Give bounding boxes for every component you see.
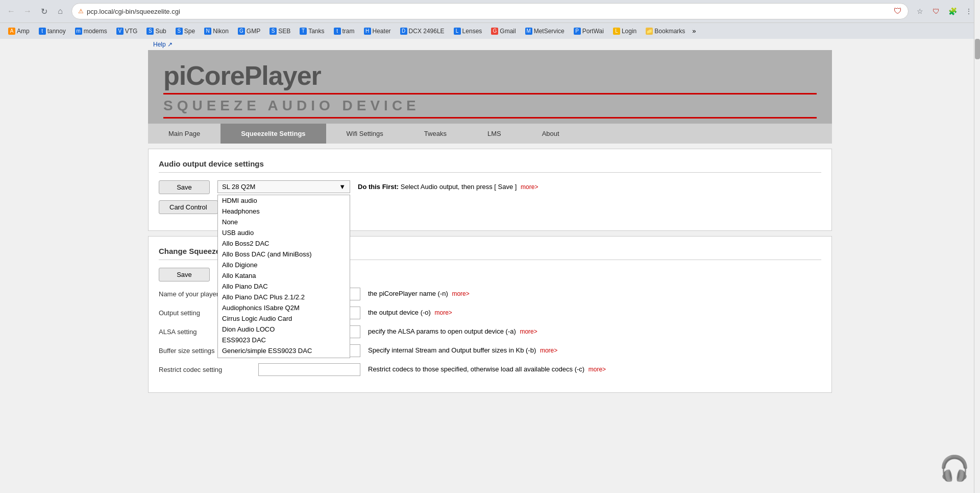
url-text: pcp.local/cgi-bin/squeezelite.cgi <box>87 8 891 15</box>
nav-wifi-settings[interactable]: Wifi Settings <box>326 124 404 144</box>
bookmark-vtg[interactable]: V VTG <box>112 27 142 36</box>
toolbar-icons: ☆ 🛡 🧩 ⋮ <box>913 4 976 18</box>
scrollbar-thumb <box>975 39 980 59</box>
reload-button[interactable]: ↻ <box>37 4 51 18</box>
bookmark-label-bookmarks: Bookmarks <box>654 28 685 35</box>
bookmark-favicon-metservice: M <box>525 28 532 35</box>
bookmark-portwai[interactable]: P PortWai <box>570 27 608 36</box>
bookmark-label-sub: Sub <box>155 28 166 35</box>
more-link-buffer[interactable]: more> <box>540 347 557 354</box>
bookmark-favicon-dcx: D <box>400 28 407 35</box>
bookmark-label-seb: SEB <box>278 28 290 35</box>
listbox-item-usb[interactable]: USB audio <box>218 227 350 238</box>
bookmark-label-heater: Heater <box>373 28 391 35</box>
field-row-codec: Restrict codec setting Restrict codecs t… <box>159 363 821 376</box>
nav-tweaks[interactable]: Tweaks <box>404 124 467 144</box>
nav-main-page[interactable]: Main Page <box>148 124 220 144</box>
listbox-item-generic-ess[interactable]: Generic/simple ESS9023 DAC <box>218 345 350 356</box>
audio-save-button[interactable]: Save <box>159 180 210 194</box>
bookmark-gmail[interactable]: G Gmail <box>487 27 520 36</box>
field-info-name: the piCorePlayer name (-n) more> <box>368 288 470 297</box>
bookmark-favicon-lenses: L <box>454 28 461 35</box>
bookmark-favicon-vtg: V <box>116 28 124 35</box>
bookmark-seb[interactable]: S SEB <box>265 27 295 36</box>
extensions-button[interactable]: 🧩 <box>945 4 960 18</box>
home-button[interactable]: ⌂ <box>53 4 67 18</box>
squeeze-save-button[interactable]: Save <box>159 268 210 281</box>
field-input-codec[interactable] <box>258 363 360 376</box>
brave-shield-button[interactable]: 🛡 <box>929 4 943 18</box>
listbox-item-headphones[interactable]: Headphones <box>218 206 350 217</box>
help-link[interactable]: Help ↗ <box>153 41 173 48</box>
bookmark-tannoy[interactable]: t tannoy <box>35 27 70 36</box>
bookmark-lenses[interactable]: L Lenses <box>450 27 486 36</box>
dropdown-listbox: HDMI audio Headphones None USB audio All… <box>217 195 350 358</box>
bookmark-spe[interactable]: S Spe <box>172 27 199 36</box>
shield-icon: 🛡 <box>894 7 902 16</box>
more-link-codec[interactable]: more> <box>589 366 606 373</box>
field-desc-alsa: pecify the ALSA params to open output de… <box>368 327 516 335</box>
nav-lms[interactable]: LMS <box>467 124 522 144</box>
bookmark-modems[interactable]: m modems <box>71 27 111 36</box>
bookmark-label-vtg: VTG <box>125 28 138 35</box>
dropdown-arrow-icon: ▼ <box>339 183 346 191</box>
more-link-alsa[interactable]: more> <box>520 328 537 335</box>
bookmark-button[interactable]: ☆ <box>913 4 927 18</box>
listbox-item-none[interactable]: None <box>218 217 350 227</box>
listbox-item-dion[interactable]: Dion Audio LOCO <box>218 324 350 335</box>
bookmark-label-lenses: Lenses <box>462 28 482 35</box>
bookmark-heater[interactable]: H Heater <box>360 27 395 36</box>
bookmark-nikon[interactable]: N Nikon <box>200 27 233 36</box>
scrollbar[interactable] <box>974 0 980 493</box>
field-info-output: the output device (-o) more> <box>368 307 452 316</box>
forward-button[interactable]: → <box>20 4 35 18</box>
address-bar[interactable]: ⚠ pcp.local/cgi-bin/squeezelite.cgi 🛡 <box>71 3 909 19</box>
more-link-1[interactable]: more> <box>521 183 538 191</box>
listbox-item-hdmi[interactable]: HDMI audio <box>218 195 350 206</box>
listbox-item-ess9023[interactable]: ESS9023 DAC <box>218 335 350 345</box>
listbox-item-piano-plus[interactable]: Allo Piano DAC Plus 2.1/2.2 <box>218 292 350 302</box>
listbox-item-audiophonics[interactable]: Audiophonics ISabre Q2M <box>218 302 350 313</box>
listbox-item-cirrus[interactable]: Cirrus Logic Audio Card <box>218 313 350 324</box>
nav-about[interactable]: About <box>522 124 580 144</box>
bookmark-bookmarks[interactable]: 📁 Bookmarks <box>642 27 689 36</box>
more-link-output[interactable]: more> <box>434 309 452 316</box>
more-link-name[interactable]: more> <box>452 290 469 297</box>
bookmark-tram[interactable]: t tram <box>330 27 359 36</box>
card-control-button[interactable]: Card Control <box>159 200 218 214</box>
bookmark-amp[interactable]: A Amp <box>4 27 34 36</box>
bookmark-dcx[interactable]: D DCX 2496LE <box>396 27 449 36</box>
banner-title: piCorePlayer <box>163 60 817 91</box>
field-desc-codec: Restrict codecs to those specified, othe… <box>368 365 584 373</box>
bookmark-label-amp: Amp <box>17 28 30 35</box>
field-desc-name: the piCorePlayer name (-n) <box>368 290 448 297</box>
listbox-item-boss2[interactable]: Allo Boss2 DAC <box>218 238 350 249</box>
headphones-icon: 🎧 <box>939 454 970 483</box>
back-button[interactable]: ← <box>4 4 18 18</box>
listbox-item-piano[interactable]: Allo Piano DAC <box>218 281 350 292</box>
bookmark-label-portwai: PortWai <box>582 28 604 35</box>
dropdown-display[interactable]: SL 28 Q2M ▼ <box>217 180 350 193</box>
listbox-item-generic-ti[interactable]: Generic/simple TI5102 DAC <box>218 356 350 358</box>
listbox-item-boss[interactable]: Allo Boss DAC (and MiniBoss) <box>218 249 350 260</box>
nav-bar: Main Page Squeezelite Settings Wifi Sett… <box>148 124 832 144</box>
bookmark-metservice[interactable]: M MetService <box>521 27 569 36</box>
bookmarks-bar: A Amp t tannoy m modems V VTG S Sub S Sp… <box>0 22 980 39</box>
bookmark-login[interactable]: L Login <box>609 27 641 36</box>
browser-toolbar: ← → ↻ ⌂ ⚠ pcp.local/cgi-bin/squeezelite.… <box>0 0 980 22</box>
bookmark-favicon-tram: t <box>334 28 341 35</box>
bookmarks-more[interactable]: » <box>692 27 696 35</box>
field-info-codec: Restrict codecs to those specified, othe… <box>368 363 606 373</box>
nav-squeezelite-settings[interactable]: Squeezelite Settings <box>220 124 326 144</box>
field-desc-output: the output device (-o) <box>368 309 431 316</box>
bookmark-favicon-gmail: G <box>491 28 498 35</box>
bookmark-favicon-tannoy: t <box>39 28 46 35</box>
bookmark-sub[interactable]: S Sub <box>142 27 170 36</box>
listbox-item-digione[interactable]: Allo Digione <box>218 260 350 270</box>
bookmark-label-login: Login <box>622 28 636 35</box>
bookmark-label-nikon: Nikon <box>213 28 229 35</box>
nav-buttons: ← → ↻ ⌂ <box>4 4 67 18</box>
listbox-item-katana[interactable]: Allo Katana <box>218 270 350 281</box>
bookmark-gmp[interactable]: G GMP <box>234 27 264 36</box>
bookmark-tanks[interactable]: T Tanks <box>296 27 328 36</box>
